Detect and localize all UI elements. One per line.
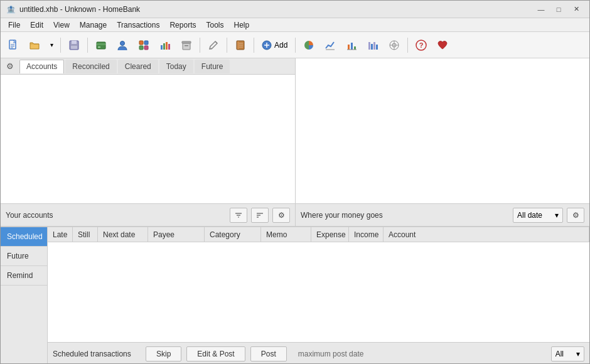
settings-gear-icon: ⚙ (278, 211, 285, 220)
sched-tab-remind[interactable]: Remind (1, 266, 47, 286)
settings-button[interactable]: ⚙ (272, 208, 290, 223)
filter-button[interactable] (230, 208, 247, 223)
archive-icon (180, 39, 193, 51)
separator-3 (200, 38, 200, 53)
menu-file[interactable]: File (3, 19, 25, 31)
date-dropdown[interactable]: All date ▾ (513, 208, 563, 223)
accounts-footer-label: Your accounts (6, 211, 226, 220)
svg-rect-21 (185, 45, 188, 46)
svg-rect-13 (139, 46, 143, 50)
svg-rect-15 (161, 45, 163, 50)
all-dropdown-arrow: ▾ (576, 350, 580, 358)
open-button[interactable] (24, 35, 45, 55)
tab-future[interactable]: Future (195, 60, 230, 73)
category-icon (137, 39, 150, 51)
separator-1 (60, 38, 61, 53)
pie-chart-button[interactable] (299, 35, 319, 55)
budget2-button[interactable] (384, 35, 404, 55)
menubar: File Edit View Manage Transactions Repor… (1, 18, 589, 32)
budget2-icon (388, 39, 400, 51)
max-date-label: maximum post date (298, 350, 546, 358)
col-late: Late (48, 227, 73, 242)
tab-settings-button[interactable]: ⚙ (3, 60, 17, 73)
archive-button[interactable] (176, 35, 196, 55)
menu-edit[interactable]: Edit (25, 19, 48, 31)
add-transaction-button[interactable]: Add (257, 36, 292, 55)
svg-rect-8 (97, 43, 105, 45)
post-button[interactable]: Post (250, 346, 287, 361)
help-icon: ? (415, 39, 427, 51)
tab-accounts[interactable]: Accounts (19, 60, 64, 73)
help-button[interactable]: ? (411, 35, 431, 55)
separator-2 (87, 38, 88, 53)
svg-rect-11 (139, 41, 143, 45)
all-dropdown[interactable]: All ▾ (551, 346, 584, 361)
scheduled-section: Scheduled Future Remind Late Still Next … (1, 227, 589, 364)
date-dropdown-label: All date (517, 211, 542, 220)
svg-rect-38 (373, 42, 375, 50)
bar-chart-button[interactable] (341, 35, 362, 55)
scheduled-header: Late Still Next date Payee Category Memo… (48, 227, 589, 242)
svg-point-10 (121, 41, 125, 45)
maximize-button[interactable]: □ (550, 3, 567, 16)
save-button[interactable] (64, 35, 84, 55)
dropdown-arrow-button[interactable]: ▾ (46, 35, 57, 55)
svg-rect-32 (348, 45, 350, 50)
col-payee: Payee (148, 227, 205, 242)
window-controls: — □ ✕ (533, 3, 584, 16)
donate-button[interactable] (432, 35, 453, 55)
sched-tab-scheduled[interactable]: Scheduled (1, 227, 47, 247)
separator-4 (227, 38, 227, 53)
menu-tools[interactable]: Tools (201, 19, 228, 31)
accounts-tabbar: ⚙ Accounts Reconciled Cleared Today Futu… (1, 58, 295, 75)
col-expense: Expense (311, 227, 349, 242)
scheduled-body (48, 242, 589, 342)
col-category: Category (205, 227, 261, 242)
svg-rect-5 (72, 41, 77, 44)
money-goes-settings-button[interactable]: ⚙ (567, 208, 584, 223)
svg-rect-39 (376, 45, 378, 50)
book-button[interactable] (230, 35, 250, 55)
menu-manage[interactable]: Manage (75, 19, 112, 31)
skip-button[interactable]: Skip (146, 346, 181, 361)
svg-rect-7 (97, 42, 105, 49)
payee-button[interactable] (112, 35, 132, 55)
line-chart-button[interactable] (320, 35, 340, 55)
tab-cleared[interactable]: Cleared (118, 60, 158, 73)
menu-transactions[interactable]: Transactions (112, 19, 164, 31)
sort-button[interactable] (251, 208, 269, 223)
edit-button[interactable] (203, 35, 223, 55)
tab-today[interactable]: Today (159, 60, 193, 73)
new-button[interactable] (3, 35, 23, 55)
sched-tab-future[interactable]: Future (1, 247, 47, 266)
edit-icon (207, 39, 220, 51)
scheduled-footer-label: Scheduled transactions (53, 350, 141, 358)
trend-button[interactable] (363, 35, 383, 55)
money-goes-gear-icon: ⚙ (572, 211, 579, 220)
col-memo: Memo (261, 227, 311, 242)
money-goes-body (296, 58, 589, 203)
budget-button[interactable] (155, 35, 175, 55)
minimize-button[interactable]: — (533, 3, 549, 16)
svg-rect-24 (237, 41, 239, 49)
close-button[interactable]: ✕ (568, 3, 584, 16)
payee-icon (116, 39, 129, 51)
tab-reconciled[interactable]: Reconciled (65, 60, 116, 73)
book-icon (234, 39, 247, 51)
category-button[interactable] (134, 35, 154, 55)
menu-reports[interactable]: Reports (164, 19, 201, 31)
window-title: untitled.xhb - Unknown - HomeBank (19, 5, 533, 14)
sort-icon (255, 211, 264, 220)
accounts-icon (95, 39, 107, 51)
svg-text:?: ? (419, 41, 424, 49)
edit-post-button[interactable]: Edit & Post (186, 346, 245, 361)
svg-rect-16 (163, 43, 165, 50)
svg-rect-37 (371, 44, 373, 50)
menu-view[interactable]: View (48, 19, 75, 31)
menu-help[interactable]: Help (229, 19, 255, 31)
svg-rect-33 (351, 43, 353, 50)
accounts-button[interactable] (91, 35, 111, 55)
separator-5 (254, 38, 254, 53)
gear-icon: ⚙ (6, 62, 14, 71)
svg-rect-12 (144, 41, 148, 45)
